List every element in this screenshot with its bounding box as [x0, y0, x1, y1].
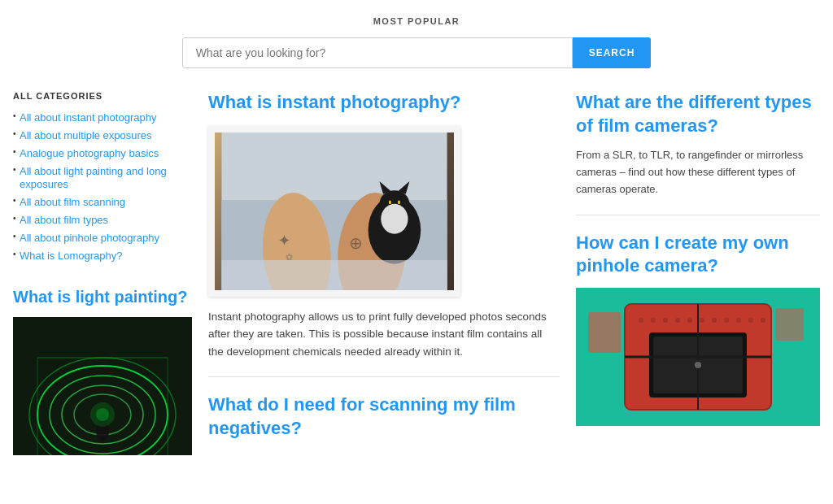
- light-painting-section: What is light painting?: [13, 286, 192, 455]
- sidebar-link-multiple[interactable]: All about multiple exposures: [20, 129, 152, 141]
- center-article-body: Instant photography allows us to print f…: [208, 308, 560, 361]
- sidebar-list: All about instant photography All about …: [13, 111, 192, 262]
- right-first-body: From a SLR, to TLR, to rangefinder or mi…: [576, 147, 820, 198]
- list-item: All about film types: [13, 213, 192, 226]
- most-popular-label: MOST POPULAR: [13, 16, 820, 26]
- sidebar-link-lomography[interactable]: What is Lomography?: [20, 250, 122, 262]
- svg-point-36: [675, 318, 680, 323]
- svg-point-48: [695, 362, 701, 368]
- list-item: Analogue photography basics: [13, 146, 192, 159]
- sidebar-title: ALL CATEGORIES: [13, 91, 192, 101]
- center-column: What is instant photography? ✦ ⊕: [208, 91, 560, 441]
- list-item: All about pinhole photography: [13, 231, 192, 244]
- main-layout: ALL CATEGORIES All about instant photogr…: [13, 91, 820, 455]
- light-painting-title[interactable]: What is light painting?: [13, 286, 192, 307]
- svg-point-43: [761, 318, 765, 323]
- svg-point-40: [724, 318, 729, 323]
- svg-point-28: [398, 200, 400, 204]
- list-item: All about film scanning: [13, 195, 192, 208]
- list-item: What is Lomography?: [13, 249, 192, 262]
- svg-point-27: [389, 200, 391, 204]
- page-wrapper: MOST POPULAR SEARCH ALL CATEGORIES All a…: [0, 0, 833, 471]
- light-painting-image: [13, 317, 192, 455]
- camera-box: [576, 288, 820, 426]
- svg-point-22: [381, 203, 408, 233]
- svg-point-41: [736, 318, 741, 323]
- svg-point-12: [96, 408, 109, 421]
- center-divider: [208, 376, 560, 377]
- svg-point-39: [712, 318, 717, 323]
- sidebar-link-scanning[interactable]: All about film scanning: [20, 196, 125, 208]
- polaroid-inner: ✦ ⊕ ✿: [215, 133, 454, 290]
- sidebar: ALL CATEGORIES All about instant photogr…: [13, 91, 192, 455]
- sidebar-link-instant[interactable]: All about instant photography: [20, 111, 156, 124]
- search-bar: SEARCH: [13, 37, 820, 68]
- svg-point-37: [687, 318, 692, 323]
- svg-text:✦: ✦: [278, 232, 290, 248]
- sidebar-link-light-painting[interactable]: All about light painting and long exposu…: [20, 165, 167, 190]
- svg-point-34: [651, 318, 656, 323]
- svg-point-35: [663, 318, 668, 323]
- right-divider: [576, 215, 820, 215]
- center-article-title[interactable]: What is instant photography?: [208, 91, 560, 115]
- sidebar-link-analogue[interactable]: Analogue photography basics: [20, 147, 159, 159]
- svg-point-42: [748, 318, 753, 323]
- list-item: All about light painting and long exposu…: [13, 164, 192, 190]
- search-input[interactable]: [182, 37, 573, 68]
- svg-rect-49: [588, 312, 621, 353]
- svg-text:⊕: ⊕: [349, 234, 363, 252]
- search-button[interactable]: SEARCH: [573, 37, 652, 68]
- sidebar-link-film-types[interactable]: All about film types: [20, 214, 108, 226]
- list-item: All about instant photography: [13, 111, 192, 124]
- center-article-image: ✦ ⊕ ✿: [208, 126, 460, 297]
- svg-rect-50: [775, 308, 804, 341]
- pinhole-camera-image: [576, 288, 820, 426]
- right-first-title[interactable]: What are the different types of film cam…: [576, 91, 820, 137]
- list-item: All about multiple exposures: [13, 128, 192, 141]
- pinhole-camera-title[interactable]: How can I create my own pinhole camera?: [576, 232, 820, 278]
- right-column: What are the different types of film cam…: [576, 91, 820, 426]
- svg-point-38: [700, 318, 704, 323]
- svg-point-33: [639, 318, 643, 323]
- svg-rect-29: [221, 260, 447, 290]
- sidebar-link-pinhole[interactable]: All about pinhole photography: [20, 232, 159, 244]
- second-article-title[interactable]: What do I need for scanning my film nega…: [208, 393, 560, 440]
